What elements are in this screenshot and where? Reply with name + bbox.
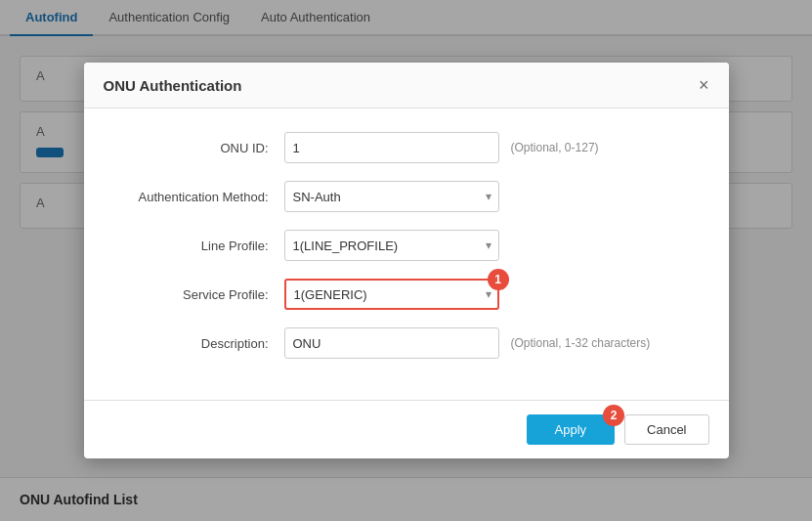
form-row-onu-id: ONU ID: (Optional, 0-127) [113, 132, 700, 163]
service-profile-select-wrap: 1(GENERIC) [284, 279, 499, 310]
modal-body: ONU ID: (Optional, 0-127) Authentication… [84, 109, 729, 400]
form-row-line-profile: Line Profile: 1(LINE_PROFILE) [113, 230, 700, 261]
service-profile-select[interactable]: 1(GENERIC) [284, 279, 499, 310]
service-profile-label: Service Profile: [113, 287, 284, 302]
modal-close-button[interactable]: × [699, 76, 709, 94]
onu-id-hint: (Optional, 0-127) [511, 141, 599, 154]
modal-overlay: ONU Authentication × ONU ID: (Optional, … [0, 0, 812, 521]
description-label: Description: [113, 336, 284, 351]
apply-button-container: Apply 2 [527, 414, 616, 445]
modal-title: ONU Authentication [104, 77, 242, 94]
apply-button[interactable]: Apply [527, 414, 616, 445]
onu-id-input[interactable] [284, 132, 499, 163]
service-profile-select-container: 1(GENERIC) 1 [284, 279, 499, 310]
description-input[interactable] [284, 327, 499, 359]
onu-authentication-modal: ONU Authentication × ONU ID: (Optional, … [84, 63, 729, 458]
form-row-description: Description: (Optional, 1-32 characters) [113, 327, 700, 359]
auth-method-select[interactable]: SN-Auth Password-Auth SN+Password [284, 181, 499, 212]
line-profile-select-wrap: 1(LINE_PROFILE) [284, 230, 499, 261]
modal-header: ONU Authentication × [84, 63, 729, 109]
line-profile-label: Line Profile: [113, 239, 284, 253]
modal-footer: Apply 2 Cancel [84, 400, 729, 458]
auth-method-label: Authentication Method: [113, 190, 284, 204]
cancel-button[interactable]: Cancel [624, 414, 708, 445]
form-row-auth-method: Authentication Method: SN-Auth Password-… [113, 181, 700, 212]
step-badge-1: 1 [488, 269, 509, 290]
line-profile-select[interactable]: 1(LINE_PROFILE) [284, 230, 499, 261]
page-background: Autofind Authentication Config Auto Auth… [0, 0, 812, 521]
auth-method-select-wrap: SN-Auth Password-Auth SN+Password [284, 181, 499, 212]
step-badge-2: 2 [603, 405, 624, 426]
description-hint: (Optional, 1-32 characters) [511, 336, 651, 350]
form-row-service-profile: Service Profile: 1(GENERIC) 1 [113, 279, 700, 310]
onu-id-label: ONU ID: [113, 141, 284, 155]
